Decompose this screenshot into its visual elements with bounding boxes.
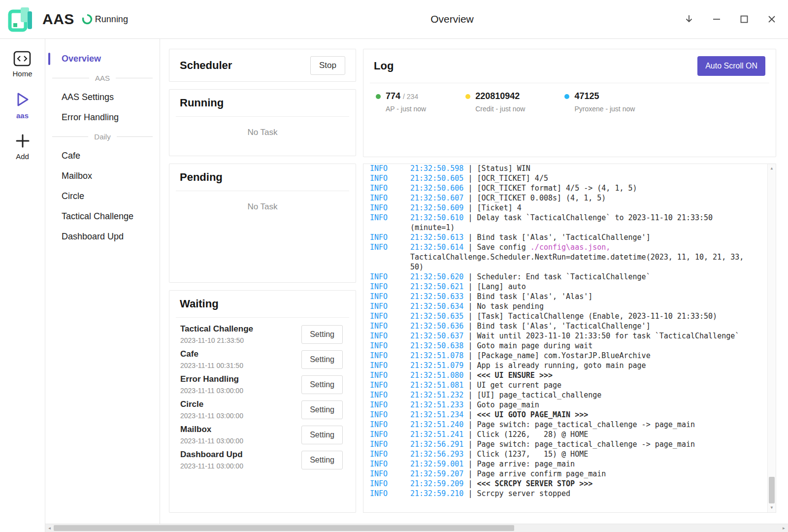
content-right: OverviewAASAAS SettingsError HandlingDai… [45,39,788,532]
rail-item-home[interactable]: Home [12,51,32,78]
setting-button-error-handling[interactable]: Setting [301,375,343,394]
scroll-right-arrow-icon[interactable]: ► [780,524,788,532]
waiting-task-row-error-handling: Error Handling2023-11-11 03:00:00Setting [169,372,356,397]
setting-button-tactical-challenge[interactable]: Setting [301,325,343,344]
rail-item-aas[interactable]: aas [15,91,31,120]
log-lines: INFO21:32:50.598 | [Status] WININFO21:32… [370,164,761,499]
log-column: Log Auto Scroll ON 774/ 234AP - just now… [363,49,776,513]
log-line: INFO21:32:56.293 | Click (1237, 15) @ HO… [370,449,761,459]
log-line: INFO21:32:51.234 | <<< UI GOTO PAGE_MAIN… [370,410,761,420]
log-level: INFO [370,469,410,479]
setting-button-cafe[interactable]: Setting [301,350,343,369]
log-line: INFO21:32:59.207 | Page arrive confirm p… [370,469,761,479]
stat-dot-icon [564,94,569,99]
log-message: 21:32:51.078 | [Package_name] com.Yostar… [410,351,761,361]
log-separator: | [463,381,477,390]
log-timestamp: 21:32:50.633 [410,292,463,301]
log-separator: | [463,282,477,291]
log-timestamp: 21:32:50.598 [410,164,463,173]
log-text: Page switch: page_tactical_challenge -> … [477,440,695,449]
status-text: Running [95,14,128,25]
waiting-task-row-mailbox: Mailbox2023-11-11 03:00:00Setting [169,422,356,447]
close-button[interactable] [764,12,779,27]
log-message: 21:32:50.598 | [Status] WIN [410,164,761,173]
waiting-task-row-circle: Circle2023-11-11 03:00:00Setting [169,397,356,422]
setting-button-mailbox[interactable]: Setting [301,426,343,444]
log-message: 21:32:51.233 | Goto page_main [410,400,761,410]
sidebar-item-overview[interactable]: Overview [45,49,160,69]
log-message: 21:32:50.621 | [Lang] auto [410,282,761,292]
stat-dot-icon [376,94,381,99]
log-message: 21:32:51.080 | <<< UI ENSURE >>> [410,370,761,380]
log-separator: | [463,164,477,173]
log-separator: | [463,410,477,419]
sidebar-item-cafe[interactable]: Cafe [45,146,160,166]
log-timestamp: 21:32:51.234 [410,410,463,419]
sidebar-item-aas-settings[interactable]: AAS Settings [45,87,160,107]
log-level: INFO [370,361,410,370]
log-scrollbar-thumb[interactable] [769,477,775,503]
running-card-header: Running [176,90,349,117]
sidebar: OverviewAASAAS SettingsError HandlingDai… [45,39,160,524]
log-message: 21:32:50.607 | [OCR_TICKET 0.008s] (4, 1… [410,193,761,203]
divider-label: AAS [89,74,116,82]
log-text: Goto main page during wait [477,341,592,350]
log-line: INFO21:32:50.635 | [Task] TacticalChalle… [370,311,761,321]
minimize-button[interactable] [709,12,724,27]
maximize-button[interactable] [737,12,752,27]
log-output[interactable]: INFO21:32:50.598 | [Status] WININFO21:32… [363,164,776,513]
waiting-task-row-tactical-challenge: Tactical Challenge2023-11-10 21:33:50Set… [169,322,356,347]
log-separator: | [463,203,477,212]
sidebar-item-mailbox[interactable]: Mailbox [45,166,160,186]
log-level: INFO [370,351,410,361]
task-name: Mailbox [180,425,243,434]
log-line: INFO21:32:51.079 | App is already runnin… [370,361,761,370]
log-separator: | [463,194,477,202]
log-separator: | [463,351,477,360]
log-timestamp: 21:32:59.209 [410,479,463,488]
log-text: UI get current page [477,381,561,390]
task-name: Cafe [180,349,243,359]
dashboard-stat: 220810942Credit - just now [465,91,525,113]
task-next-run-time: 2023-11-10 21:33:50 [180,336,253,344]
stat-body: 220810942Credit - just now [475,91,525,113]
sidebar-item-tactical-challenge[interactable]: Tactical Challenge [45,206,160,227]
log-separator: | [463,292,477,301]
log-dashboard: 774/ 234AP - just now220810942Credit - j… [363,83,776,113]
log-message: 21:32:50.636 | Bind task ['Alas', 'Tacti… [410,321,761,331]
sidebar-item-circle[interactable]: Circle [45,186,160,206]
app-name: AAS [42,11,74,28]
log-line: INFO21:32:59.001 | Page arrive: page_mai… [370,459,761,469]
sidebar-item-error-handling[interactable]: Error Handling [45,107,160,128]
scroll-up-arrow-icon[interactable]: ▲ [768,165,776,172]
stat-value: 220810942 [475,91,520,101]
log-text: [Package_name] com.YostarJP.BlueArchive [477,351,650,360]
stat-value-row: 47125 [574,91,635,101]
log-level: INFO [370,193,410,203]
log-separator: | [463,233,477,242]
horizontal-scrollbar-thumb[interactable] [54,525,514,531]
log-message: 21:32:51.241 | Click (1226, 28) @ HOME [410,430,761,439]
autoscroll-button[interactable]: Auto Scroll ON [697,56,765,76]
log-timestamp: 21:32:51.241 [410,430,463,439]
task-next-run-time: 2023-11-11 03:00:00 [180,412,243,420]
sidebar-item-dashboard-upd[interactable]: Dashboard Upd [45,227,160,247]
scroll-down-arrow-icon[interactable]: ▼ [768,504,776,512]
setting-button-dashboard-upd[interactable]: Setting [301,451,343,469]
log-timestamp: 21:32:50.605 [410,174,463,183]
stat-label: Pyroxene - just now [574,105,635,113]
scroll-left-arrow-icon[interactable]: ◄ [45,524,54,532]
download-button[interactable] [682,12,696,27]
setting-button-circle[interactable]: Setting [301,400,343,419]
log-line: INFO21:32:50.610 | Delay task `TacticalC… [370,213,761,233]
titlebar: AAS Running Overview [0,0,788,39]
log-text: Bind task ['Alas', 'TacticalChallenge'] [477,322,650,331]
log-separator: | [463,371,477,380]
task-info: Dashboard Upd2023-11-11 03:00:00 [180,450,243,470]
log-level: INFO [370,449,410,459]
stop-button[interactable]: Stop [310,56,345,75]
horizontal-scrollbar[interactable]: ◄ ► [45,524,788,532]
app-window: AAS Running Overview [0,0,788,532]
rail-item-add[interactable]: Add [14,133,31,161]
log-scrollbar[interactable]: ▲ ▼ [767,164,776,512]
